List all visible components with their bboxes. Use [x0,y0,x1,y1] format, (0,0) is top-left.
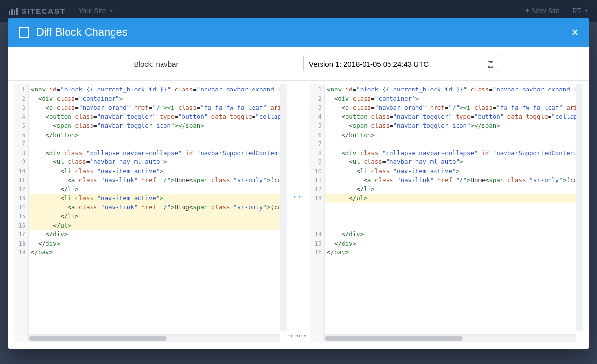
code-line: <a class="nav-link" href="/">Home<span c… [29,176,287,185]
line-number: 13 [310,194,324,203]
code-line: <a class="nav-link" href="/">Blog<span c… [29,203,287,212]
code-line [29,139,287,149]
line-number: 15 [310,239,324,249]
code-line: <div class="container"> [29,94,287,104]
brand-bars-icon [9,7,18,15]
code-line: <span class="navbar-toggler-icon"></span… [325,121,583,131]
line-number: 10 [310,167,324,176]
code-line [325,139,583,149]
chevron-down-icon [584,10,588,12]
line-number: 9 [14,158,28,167]
line-number: 2 [310,94,324,104]
diff-container: 12345678910111213141516171819 <nav id="b… [8,81,589,349]
plus-icon: + [525,7,529,15]
horizontal-scrollbar[interactable] [325,334,576,342]
line-gutter-right: 12345678910111213141516 [310,84,325,342]
code-line: </button> [29,131,287,140]
code-line [325,212,583,221]
line-number: 17 [14,230,28,239]
line-number: 10 [14,167,28,176]
code-line: </div> [29,230,287,239]
code-line: <nav id="block-{{ current_block.id }}" c… [29,85,287,94]
line-number: 7 [310,139,324,149]
code-line [325,221,583,230]
line-number: 2 [14,94,28,104]
code-line: </li> [29,212,287,221]
line-number: 15 [14,212,28,221]
modal-subheader: Block: navbar Version 1: 2018-01-05 05:2… [8,47,589,81]
brand-text: SITECAST [22,7,66,15]
code-line: </nav> [325,248,583,257]
code-line: <button class="navbar-toggler" type="but… [29,113,287,122]
chevron-down-icon [109,10,113,12]
user-menu[interactable]: RT [573,7,588,15]
line-number: 3 [310,103,324,113]
line-number: 6 [310,131,324,140]
code-line: <li class="nav-item active"> [29,167,287,176]
scroll-thumb[interactable] [29,336,167,341]
line-number: 13 [14,194,28,203]
line-number [310,203,324,212]
line-gutter-left: 12345678910111213141516171819 [14,84,29,342]
line-number: 4 [14,113,28,122]
line-number: 5 [310,121,324,131]
diff-pane-left[interactable]: 12345678910111213141516171819 <nav id="b… [14,84,287,342]
diff-connector: ⇠⇠ ⇢⇢⇠⇠ [287,84,310,342]
your-site-dropdown[interactable]: Your Site [78,7,113,15]
line-number: 7 [14,139,28,149]
line-number: 4 [310,113,324,122]
code-line: </div> [325,230,583,239]
close-button[interactable]: × [572,25,578,39]
brand-logo[interactable]: SITECAST [9,7,66,15]
vertical-scrollbar[interactable] [280,84,287,331]
line-number: 14 [14,203,28,212]
code-line: <span class="navbar-toggler-icon"></span… [29,121,287,131]
line-number: 18 [14,239,28,249]
line-number: 12 [310,185,324,194]
code-line: <ul class="navbar-nav ml-auto"> [29,158,287,167]
scroll-thumb[interactable] [325,336,463,341]
code-right[interactable]: <nav id="block-{{ current_block.id }}" c… [325,84,583,342]
line-number: 8 [14,149,28,158]
code-line: <ul class="navbar-nav ml-auto"> [325,158,583,167]
merge-arrows-icon: ⇢⇢⇠⇠ [287,332,310,339]
code-line: <div class="collapse navbar-collapse" id… [325,149,583,158]
code-line: </li> [29,185,287,194]
code-line: <li class="nav-item active"> [325,167,583,176]
code-line: </li> [325,185,583,194]
vertical-scrollbar[interactable] [576,84,583,331]
line-number: 3 [14,103,28,113]
code-left[interactable]: <nav id="block-{{ current_block.id }}" c… [29,84,287,342]
code-line: </button> [325,131,583,140]
merge-left-icon[interactable]: ⇠⇠ [287,193,310,200]
columns-icon [19,27,29,38]
horizontal-scrollbar[interactable] [29,334,280,342]
code-line: <li class="nav-item active"> [29,194,287,203]
line-number: 16 [310,248,324,257]
modal-header: Diff Block Changes × [8,18,589,47]
line-number: 1 [14,85,28,94]
line-number: 1 [310,85,324,94]
code-line: <button class="navbar-toggler" type="but… [325,113,583,122]
version-select[interactable]: Version 1: 2018-01-05 05:24:43 UTC [303,55,499,72]
code-line: </div> [29,239,287,249]
line-number: 14 [310,230,324,239]
code-line: <nav id="block-{{ current_block.id }}" c… [325,85,583,94]
line-number [310,212,324,221]
your-site-label: Your Site [78,7,106,15]
code-line: <a class="navbar-brand" href="/"><i clas… [325,103,583,113]
code-line: </nav> [29,248,287,257]
user-initials: RT [573,7,581,15]
code-line: <div class="collapse navbar-collapse" id… [29,149,287,158]
new-site-label: New Site [532,7,560,15]
code-line: </ul> [325,194,583,203]
line-number [310,221,324,230]
line-number: 9 [310,158,324,167]
line-number: 11 [310,176,324,185]
diff-pane-right[interactable]: 12345678910111213141516 <nav id="block-{… [310,84,583,342]
line-number: 11 [14,176,28,185]
new-site-button[interactable]: + New Site [525,7,559,15]
code-line [325,203,583,212]
modal-title: Diff Block Changes [36,26,128,39]
line-number: 12 [14,185,28,194]
